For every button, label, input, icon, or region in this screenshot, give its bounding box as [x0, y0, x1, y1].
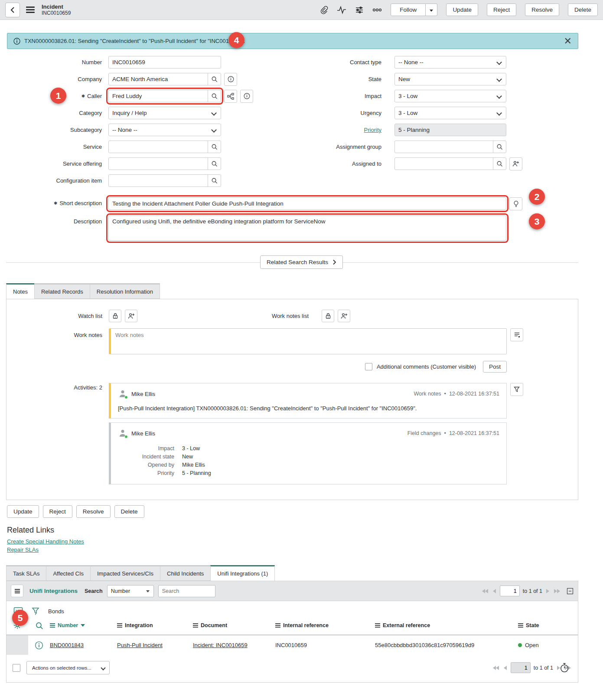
column-header-external-reference[interactable]: External reference	[375, 622, 518, 628]
tab-notes[interactable]: Notes	[6, 283, 34, 299]
previous-page-icon[interactable]	[492, 588, 497, 594]
tab-affected-cis[interactable]: Affected CIs	[46, 565, 90, 581]
list-filter-icon[interactable]	[32, 607, 39, 615]
tab-related-records[interactable]: Related Records	[34, 283, 90, 299]
additional-comments-checkbox[interactable]	[365, 363, 372, 370]
activities-filter-icon[interactable]	[510, 383, 523, 396]
work-notes-list-lock-icon[interactable]	[322, 310, 334, 322]
page-range-label: to 1 of 1	[523, 588, 542, 594]
list-title[interactable]: Unifi Integrations	[29, 588, 78, 594]
work-notes-input[interactable]	[109, 328, 507, 354]
tab-resolution-information[interactable]: Resolution Information	[90, 283, 160, 299]
number-field[interactable]	[108, 56, 221, 69]
configuration-item-field[interactable]	[109, 175, 208, 186]
work-notes-display-icon[interactable]	[510, 328, 523, 341]
actions-on-selected-rows-select[interactable]: Actions on selected rows...	[26, 661, 110, 674]
category-select[interactable]: Inquiry / Help	[108, 107, 221, 119]
tab-task-slas[interactable]: Task SLAs	[6, 565, 46, 581]
create-special-handling-notes-link[interactable]: Create Special Handling Notes	[7, 538, 603, 545]
follow-dropdown-button[interactable]	[426, 3, 437, 16]
activity-stream-icon[interactable]	[337, 6, 346, 14]
reject-button-bottom[interactable]: Reject	[43, 505, 72, 518]
service-offering-search-icon[interactable]	[208, 158, 221, 170]
list-search-toggle-icon[interactable]	[28, 621, 50, 630]
tab-child-incidents[interactable]: Child Incidents	[160, 565, 210, 581]
company-search-icon[interactable]	[208, 73, 221, 85]
contact-type-select[interactable]: -- None --	[394, 56, 506, 69]
collapse-list-icon[interactable]	[567, 588, 574, 595]
row-integration-link[interactable]: Push-Pull Incident	[117, 642, 163, 648]
related-search-results-button[interactable]: Related Search Results	[260, 255, 343, 269]
search-field-select[interactable]: Number	[107, 585, 154, 597]
column-header-integration[interactable]: Integration	[117, 622, 193, 628]
row-document-link[interactable]: Incident: INC0010659	[193, 642, 248, 648]
subcategory-select[interactable]: -- None --	[108, 124, 221, 136]
caller-org-chart-button[interactable]	[224, 90, 237, 103]
response-time-stopwatch-icon[interactable]	[560, 663, 569, 673]
select-all-checkbox[interactable]	[13, 664, 20, 672]
banner-close-icon[interactable]: ✕	[564, 36, 572, 46]
assignment-group-search-icon[interactable]	[493, 141, 506, 153]
caller-search-icon[interactable]	[208, 90, 221, 102]
column-header-state[interactable]: State	[518, 622, 578, 628]
suggestion-lightbulb-icon[interactable]	[509, 197, 522, 210]
row-number-link[interactable]: BND0001843	[50, 642, 84, 648]
banner-message: TXN0000003826.01: Sending "CreateInciden…	[24, 38, 245, 44]
previous-page-icon[interactable]	[503, 665, 508, 671]
assignment-group-field[interactable]	[395, 141, 493, 153]
first-page-icon[interactable]	[492, 665, 500, 671]
description-field[interactable]: Configured using Unifi, the definitive e…	[108, 216, 506, 241]
update-button[interactable]: Update	[446, 3, 478, 16]
watch-list-add-person-icon[interactable]	[125, 310, 137, 322]
tab-unifi-integrations[interactable]: Unifi Integrations (1)	[210, 565, 275, 581]
more-options-icon[interactable]	[372, 8, 382, 12]
company-info-button[interactable]	[224, 73, 237, 86]
resolve-button-bottom[interactable]: Resolve	[76, 505, 111, 518]
state-select[interactable]: New	[394, 73, 506, 85]
company-field[interactable]	[109, 73, 208, 85]
assigned-to-search-icon[interactable]	[493, 158, 506, 170]
field-change-value: 3 - Low	[182, 445, 200, 453]
resolve-button[interactable]: Resolve	[525, 3, 559, 16]
activity-body: [Push-Pull Incident Integration] TXN0000…	[118, 405, 499, 412]
personalize-form-icon[interactable]	[355, 6, 364, 14]
urgency-select[interactable]: 3 - Low	[394, 107, 506, 119]
priority-label-link[interactable]: Priority	[321, 127, 381, 133]
list-context-menu-icon[interactable]	[11, 585, 23, 597]
update-button-bottom[interactable]: Update	[7, 505, 39, 518]
context-menu-icon[interactable]	[24, 5, 36, 15]
service-search-icon[interactable]	[208, 141, 221, 153]
list-search-input[interactable]	[158, 585, 215, 597]
service-offering-field[interactable]	[109, 158, 208, 170]
work-notes-list-add-person-icon[interactable]	[338, 310, 350, 322]
attachment-icon[interactable]	[319, 6, 328, 14]
column-header-document[interactable]: Document	[193, 622, 275, 628]
last-page-icon[interactable]	[553, 588, 561, 594]
short-description-label: Short description	[6, 200, 102, 206]
repair-slas-link[interactable]: Repair SLAs	[7, 546, 603, 553]
short-description-field[interactable]	[108, 197, 506, 210]
assigned-to-field[interactable]	[395, 158, 493, 170]
row-info-icon[interactable]	[28, 641, 50, 650]
reject-button[interactable]: Reject	[487, 3, 516, 16]
page-number-input[interactable]	[500, 586, 520, 596]
caller-field[interactable]	[109, 90, 208, 102]
service-field[interactable]	[109, 141, 208, 153]
column-header-number[interactable]: Number	[50, 622, 117, 628]
column-header-internal-reference[interactable]: Internal reference	[275, 622, 375, 628]
tab-impacted-services[interactable]: Impacted Services/CIs	[90, 565, 160, 581]
follow-button[interactable]: Follow	[391, 3, 426, 16]
next-page-icon[interactable]	[545, 588, 550, 594]
caller-info-button[interactable]	[240, 90, 253, 103]
page-number-input[interactable]	[511, 662, 531, 673]
first-page-icon[interactable]	[481, 588, 489, 594]
post-button[interactable]: Post	[483, 361, 507, 373]
delete-button[interactable]: Delete	[568, 3, 598, 16]
configuration-item-search-icon[interactable]	[208, 175, 221, 186]
watch-list-lock-icon[interactable]	[109, 310, 121, 322]
delete-button-bottom[interactable]: Delete	[114, 505, 144, 518]
row-select-gutter[interactable]	[7, 635, 28, 655]
impact-select[interactable]: 3 - Low	[394, 90, 506, 102]
assign-to-me-icon[interactable]	[509, 157, 522, 170]
back-button[interactable]	[5, 3, 20, 17]
